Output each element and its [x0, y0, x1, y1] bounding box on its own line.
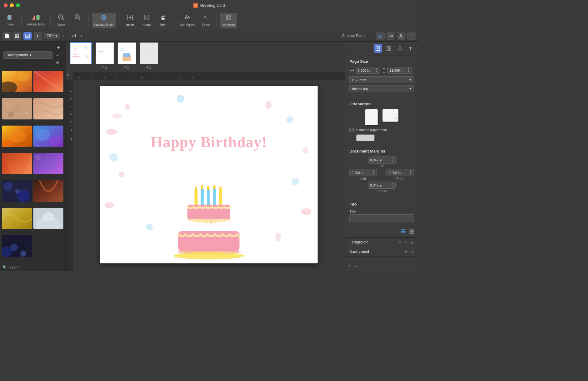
person-icon-btn[interactable] — [397, 32, 405, 40]
background-thumb-2[interactable] — [33, 71, 63, 92]
info-title-label: Title — [349, 209, 414, 213]
background-thumb-9[interactable] — [2, 180, 32, 202]
zoom-out-icon — [58, 14, 65, 22]
preview-mode-button[interactable]: Preview Mode — [92, 13, 116, 28]
foreground-eye-icon[interactable]: 👁 — [404, 240, 408, 244]
svg-point-63 — [24, 111, 28, 115]
svg-rect-131 — [389, 49, 391, 51]
page-height-input[interactable]: 11,000 in ▲ ▼ — [387, 67, 412, 74]
sidebar-minus-button[interactable]: − — [54, 51, 61, 59]
page-view-btn[interactable] — [23, 32, 32, 40]
category-dropdown[interactable]: Backgrounds ▾ — [3, 51, 53, 59]
inspector-tab-person[interactable] — [396, 44, 404, 53]
view-mode-btn[interactable]: 📄 — [2, 32, 11, 40]
svg-text:Mother's: Mother's — [99, 51, 104, 52]
svg-rect-140 — [401, 229, 405, 230]
svg-rect-34 — [229, 15, 231, 17]
portrait-option[interactable] — [365, 109, 378, 125]
margin-right-input[interactable]: 0,208 in ▲ ▼ — [386, 169, 414, 176]
simulate-paper-label: Simulate paper color — [356, 128, 387, 132]
page-thumb-1[interactable]: Happy Birthday! 1 — [70, 42, 92, 69]
landscape-option[interactable]: ✓ — [383, 109, 398, 125]
text-view-btn[interactable]: T — [34, 32, 42, 40]
svg-rect-38 — [15, 36, 17, 38]
canvas-area: in 0 1 2 3 4 5 6 7 8 9 4 5 6 7 8 — [66, 72, 345, 271]
insert-button[interactable]: Insert — [123, 13, 138, 28]
svg-point-117 — [195, 187, 197, 191]
background-thumb-12[interactable] — [33, 208, 63, 229]
fonts-button[interactable]: A Fonts — [198, 13, 213, 28]
info-title-input[interactable] — [349, 214, 414, 222]
background-thumb-10[interactable] — [33, 180, 63, 202]
prev-page-button[interactable]: ‹ — [62, 32, 66, 39]
add-layer-button[interactable]: + — [348, 263, 352, 270]
next-page-button[interactable]: › — [79, 32, 83, 39]
foreground-layer-label: Foreground — [349, 240, 368, 244]
zoom-in-button[interactable]: Zoom — [70, 13, 85, 28]
remove-layer-button[interactable]: − — [354, 263, 357, 270]
background-thumb-11[interactable] — [2, 208, 32, 229]
zoom-out-button[interactable]: Zoom — [54, 13, 69, 28]
background-thumb-4[interactable] — [33, 98, 63, 119]
measure-icon-btn[interactable] — [386, 32, 395, 40]
grid-view-btn[interactable] — [13, 32, 21, 40]
paper-color-swatch[interactable] — [356, 134, 375, 141]
page-width-input[interactable]: 8,500 in ▲ ▼ — [356, 67, 380, 74]
page-thumb-2[interactable]: Mother's Day 2 — [96, 42, 114, 69]
svg-rect-142 — [401, 232, 405, 233]
inspector-tab-text[interactable]: T — [407, 44, 415, 53]
sidebar-add-button[interactable]: + — [55, 44, 62, 51]
units-select[interactable]: Inches (in) ▾ — [349, 85, 414, 92]
sidebar-settings-button[interactable]: ⚙ — [54, 59, 61, 66]
background-thumb-3[interactable] — [2, 98, 32, 119]
margin-bottom-input[interactable]: 0,347 in ▲ ▼ — [368, 182, 396, 189]
content-pages-button[interactable]: Content Pages ⌃ — [340, 32, 373, 39]
background-thumb-5[interactable] — [2, 126, 32, 147]
page-thumb-3[interactable]: Happy Birthday 3 — [118, 42, 136, 69]
search-input[interactable] — [9, 265, 63, 270]
text-icon-btn[interactable]: T — [407, 32, 416, 40]
simulate-paper-checkbox[interactable] — [349, 128, 354, 132]
doc-icon-btn[interactable] — [376, 32, 385, 40]
svg-rect-40 — [26, 34, 29, 38]
layers-icon[interactable] — [400, 228, 407, 236]
print-button[interactable]: Print — [156, 13, 171, 28]
inspector-button[interactable]: Inspector — [220, 13, 237, 28]
zoom-control[interactable]: 76% ▾ — [44, 33, 60, 39]
svg-point-79 — [15, 189, 20, 194]
svg-line-25 — [146, 18, 147, 19]
background-print-icon[interactable]: 🖨 — [410, 250, 414, 254]
share-button[interactable]: Share — [139, 13, 154, 28]
svg-point-22 — [147, 15, 149, 17]
margin-left-input[interactable]: 0,208 in ▲ ▼ — [349, 169, 377, 176]
main-layout: Backgrounds ▾ + − ⚙ — [0, 42, 418, 271]
background-thumb-6[interactable] — [33, 126, 63, 147]
minimize-button[interactable] — [10, 3, 14, 7]
inspector-tab-doc[interactable] — [374, 44, 382, 53]
background-thumb-13[interactable] — [2, 235, 32, 257]
foreground-print-icon[interactable]: 🖨 — [410, 240, 414, 244]
dot-9 — [119, 172, 125, 178]
layers-toolbar — [345, 226, 418, 238]
background-thumb-1[interactable] — [2, 71, 32, 92]
background-thumb-8[interactable] — [33, 153, 63, 174]
sidebar-header: Backgrounds ▾ + − ⚙ — [0, 42, 65, 69]
background-thumb-7[interactable] — [2, 153, 32, 174]
page-thumb-4[interactable]: Page 4 4 — [140, 42, 158, 69]
paper-size-select[interactable]: US Letter ▾ — [349, 76, 414, 83]
foreground-edit-icon[interactable]: ✏ — [399, 240, 402, 244]
background-eye-icon[interactable]: 👁 — [404, 250, 408, 254]
close-button[interactable] — [4, 3, 8, 7]
portrait-page — [365, 109, 378, 125]
editing-tools-button[interactable]: Editing Tools — [25, 13, 47, 27]
view-button[interactable]: View — [3, 13, 18, 27]
orientation-section: Orientation ✓ Simulate paper color — [345, 98, 418, 145]
page-size-section: Page Size 8,500 in ▲ ▼ — [345, 55, 418, 98]
dot-8 — [109, 153, 118, 162]
inspector-tab-layout[interactable] — [385, 44, 393, 53]
text-styles-button[interactable]: A A Text Styles — [177, 13, 197, 28]
landscape-page: ✓ — [383, 109, 398, 122]
maximize-button[interactable] — [16, 3, 20, 7]
margin-top-input[interactable]: 0,347 in ▲ ▼ — [368, 157, 396, 164]
grid-layers-icon[interactable] — [409, 228, 415, 236]
